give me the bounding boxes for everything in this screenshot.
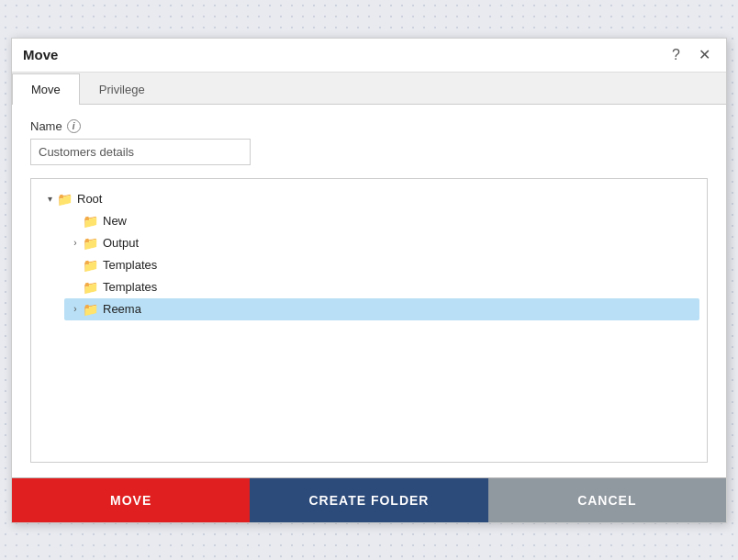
- tab-move[interactable]: Move: [12, 73, 80, 105]
- chevron-right-icon: ›: [68, 304, 83, 314]
- chevron-placeholder: [68, 260, 83, 270]
- chevron-down-icon: ▾: [42, 194, 57, 204]
- tree-item-templates-1-label: Templates: [103, 258, 157, 272]
- help-button[interactable]: ?: [667, 46, 685, 64]
- tree-item-reema-label: Reema: [103, 302, 141, 316]
- tree-item-output-label: Output: [103, 236, 139, 250]
- tree-root-label: Root: [77, 192, 102, 206]
- title-bar: Move ? ✕: [12, 39, 726, 73]
- title-bar-left: Move: [23, 47, 58, 62]
- move-button[interactable]: MOVE: [12, 478, 250, 522]
- dialog-body: Name i ▾ 📁 Root 📁 New: [12, 105, 726, 477]
- chevron-placeholder: [68, 216, 83, 226]
- folder-icon: 📁: [83, 302, 98, 317]
- move-dialog: Move ? ✕ Move Privilege Name i ▾ 📁 Root: [11, 38, 727, 523]
- dialog-title: Move: [23, 47, 58, 62]
- folder-icon: 📁: [57, 192, 73, 207]
- tree-root-children: 📁 New › 📁 Output 📁 Templates: [39, 210, 699, 320]
- dialog-footer: MOVE CREATE FOLDER CANCEL: [12, 477, 726, 522]
- tab-privilege[interactable]: Privilege: [80, 73, 164, 105]
- folder-icon: 📁: [83, 214, 98, 229]
- cancel-button[interactable]: CANCEL: [488, 478, 726, 522]
- tree-item-templates-1[interactable]: 📁 Templates: [64, 254, 699, 276]
- close-button[interactable]: ✕: [694, 46, 715, 64]
- chevron-placeholder: [68, 282, 83, 292]
- tree-item-templates-2[interactable]: 📁 Templates: [64, 276, 699, 298]
- folder-icon: 📁: [83, 280, 98, 295]
- tree-item-new[interactable]: 📁 New: [64, 210, 699, 232]
- name-input[interactable]: [30, 139, 251, 165]
- tree-item-reema[interactable]: › 📁 Reema: [64, 298, 699, 320]
- name-label: Name i: [30, 119, 708, 133]
- info-icon: i: [67, 119, 81, 133]
- tree-item-output[interactable]: › 📁 Output: [64, 232, 699, 254]
- tree-item-new-label: New: [103, 214, 127, 228]
- tabs: Move Privilege: [12, 73, 726, 105]
- folder-tree: ▾ 📁 Root 📁 New › 📁 Output: [30, 178, 708, 463]
- folder-icon: 📁: [83, 236, 98, 251]
- name-label-text: Name: [30, 119, 62, 133]
- chevron-right-icon: ›: [68, 238, 83, 248]
- title-bar-right: ? ✕: [667, 46, 715, 64]
- folder-icon: 📁: [83, 258, 98, 273]
- tree-item-templates-2-label: Templates: [103, 280, 157, 294]
- tree-root[interactable]: ▾ 📁 Root: [39, 188, 699, 210]
- create-folder-button[interactable]: CREATE FOLDER: [250, 478, 487, 522]
